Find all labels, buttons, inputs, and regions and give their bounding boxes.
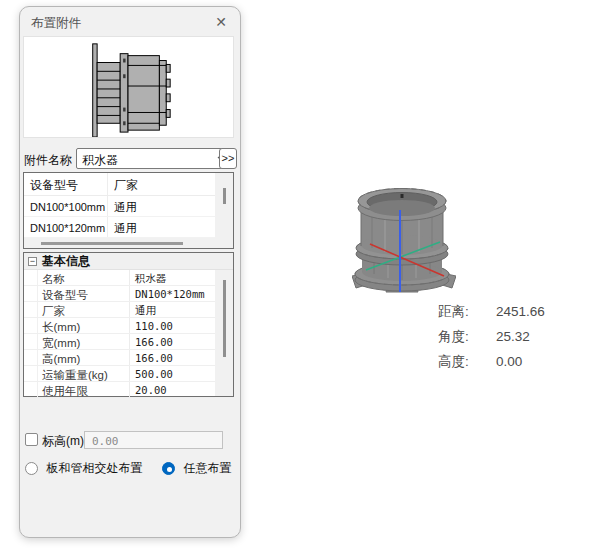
placement-option-free[interactable]: 任意布置 (162, 459, 231, 476)
accessory-name-combobox[interactable]: 积水器 (76, 148, 232, 169)
property-value[interactable]: 积水器 (130, 270, 215, 285)
property-row: 高(mm) 166.00 (24, 350, 215, 366)
placement-mode-row: 板和管相交处布置 任意布置 (20, 459, 240, 476)
property-row: 宽(mm) 166.00 (24, 334, 215, 350)
distance-readout: 距离:2451.66 (438, 303, 545, 328)
property-label: 高(mm) (38, 350, 130, 365)
property-label: 名称 (38, 270, 130, 285)
table-horizontal-scrollbar[interactable] (24, 239, 217, 248)
accessory-name-row: 附件名称 积水器 >> (20, 148, 240, 170)
angle-value: 25.32 (496, 329, 530, 344)
distance-label: 距离: (438, 303, 496, 321)
accessory-name-label: 附件名称 (24, 152, 72, 169)
radio-unchecked-icon (25, 462, 38, 475)
property-value[interactable]: DN100*120mm (130, 286, 215, 301)
property-label: 厂家 (38, 302, 130, 317)
property-value[interactable]: 通用 (130, 302, 215, 317)
property-row: 设备型号 DN100*120mm (24, 286, 215, 302)
property-label: 使用年限 (38, 382, 130, 397)
placement-option-label: 任意布置 (183, 460, 231, 477)
collapse-icon[interactable]: − (28, 257, 37, 266)
scrollbar-thumb[interactable] (223, 188, 226, 204)
property-label: 设备型号 (38, 286, 130, 301)
model-table-header: 设备型号 厂家 (24, 173, 215, 196)
property-label: 运输重量(kg) (38, 366, 130, 381)
basic-info-title: 基本信息 (42, 253, 90, 270)
header-model: 设备型号 (24, 173, 108, 195)
cell-manufacturer: 通用 (108, 196, 215, 216)
height-label: 高度: (438, 353, 496, 371)
property-row: 使用年限 20.00 (24, 382, 215, 398)
header-manufacturer: 厂家 (108, 173, 215, 195)
radio-checked-icon (162, 462, 175, 475)
property-value[interactable]: 20.00 (130, 382, 215, 397)
placement-option-intersection[interactable]: 板和管相交处布置 (25, 459, 142, 476)
scrollbar-thumb[interactable] (223, 280, 226, 357)
accessory-preview (23, 36, 234, 138)
distance-value: 2451.66 (496, 304, 545, 319)
cell-manufacturer: 通用 (108, 217, 215, 237)
height-value: 0.00 (496, 354, 522, 369)
model-table: 设备型号 厂家 DN100*100mm 通用 DN100*120mm 通用 (23, 172, 234, 249)
property-value[interactable]: 166.00 (130, 334, 215, 349)
cell-model: DN100*120mm (24, 217, 108, 237)
table-vertical-scrollbar[interactable] (215, 173, 233, 238)
accessory-name-value: 积水器 (82, 152, 118, 169)
placement-option-label: 板和管相交处布置 (46, 460, 142, 477)
basic-info-group-header: − 基本信息 (24, 253, 233, 270)
dialog-title: 布置附件 (31, 15, 81, 32)
property-grid: − 基本信息 名称 积水器 设备型号 DN100*120mm 厂家 通用 长(m… (23, 252, 234, 397)
height-readout: 高度:0.00 (438, 353, 545, 378)
elevation-checkbox[interactable] (25, 433, 38, 446)
table-row[interactable]: DN100*100mm 通用 (24, 196, 215, 217)
arrange-accessory-dialog: 布置附件 ✕ (19, 6, 241, 538)
angle-readout: 角度:25.32 (438, 328, 545, 353)
property-value[interactable]: 500.00 (130, 366, 215, 381)
accessory-2d-drawing (24, 37, 233, 137)
property-row: 运输重量(kg) 500.00 (24, 366, 215, 382)
angle-label: 角度: (438, 328, 496, 346)
scrollbar-thumb[interactable] (41, 242, 183, 245)
accessory-3d-model (352, 184, 456, 296)
property-grid-scrollbar[interactable] (215, 270, 233, 396)
property-label: 长(mm) (38, 318, 130, 333)
elevation-label: 标高(m) (42, 433, 84, 450)
property-row: 厂家 通用 (24, 302, 215, 318)
property-value[interactable]: 166.00 (130, 350, 215, 365)
close-icon[interactable]: ✕ (212, 13, 230, 31)
cell-model: DN100*100mm (24, 196, 108, 216)
elevation-row: 标高(m) 0.00 (20, 431, 240, 449)
property-label: 宽(mm) (38, 334, 130, 349)
dynamic-input-readout: 距离:2451.66 角度:25.32 高度:0.00 (438, 303, 545, 378)
property-row: 长(mm) 110.00 (24, 318, 215, 334)
cad-viewport[interactable]: 距离:2451.66 角度:25.32 高度:0.00 (241, 0, 606, 559)
table-row[interactable]: DN100*120mm 通用 (24, 217, 215, 238)
property-value[interactable]: 110.00 (130, 318, 215, 333)
property-row: 名称 积水器 (24, 270, 215, 286)
dialog-titlebar[interactable]: 布置附件 ✕ (20, 7, 240, 35)
more-models-button[interactable]: >> (219, 148, 237, 169)
elevation-input[interactable]: 0.00 (84, 431, 223, 449)
